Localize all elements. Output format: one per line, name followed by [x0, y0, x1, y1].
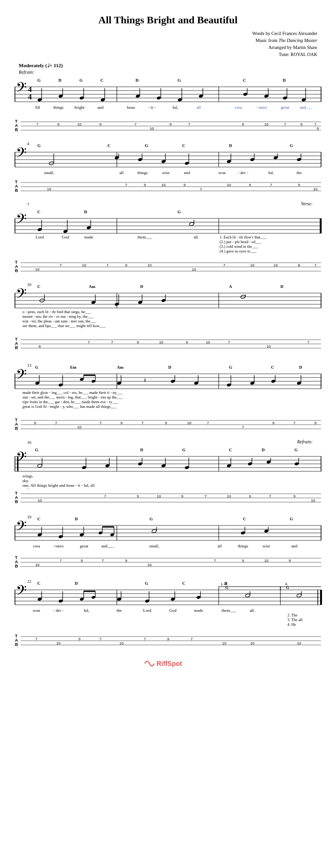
- svg-text:(4.) gave    us    eyes    to_: (4.) gave us eyes to___: [220, 249, 257, 253]
- svg-text:won: won: [218, 170, 226, 175]
- svg-text:won: won: [33, 608, 40, 613]
- svg-text:D: D: [140, 284, 143, 289]
- svg-point-253: [79, 378, 84, 381]
- svg-text:10: 10: [78, 122, 82, 126]
- svg-text:7: 7: [36, 637, 38, 641]
- svg-text:𝄢: 𝄢: [16, 145, 27, 164]
- svg-text:𝄢: 𝄢: [16, 211, 27, 230]
- svg-text:G: G: [35, 365, 38, 370]
- svg-text:and: and: [292, 544, 298, 548]
- svg-text:G: G: [37, 78, 41, 83]
- svg-text:9: 9: [57, 122, 60, 126]
- svg-point-441: [79, 597, 84, 601]
- svg-text:the: the: [297, 170, 302, 175]
- svg-text:well.: well.: [22, 488, 31, 489]
- svg-text:7: 7: [284, 122, 286, 126]
- svg-text:ripe    fruits    in    the___: ripe fruits in the___ gar - den, he___ m…: [22, 399, 119, 404]
- svg-text:God: God: [62, 235, 69, 239]
- svg-text:and___: and___: [101, 544, 114, 548]
- svg-text:9: 9: [125, 263, 128, 267]
- svg-text:8: 8: [298, 263, 300, 267]
- svg-text:𝄢: 𝄢: [16, 583, 27, 602]
- svg-text:7: 7: [36, 122, 39, 126]
- svg-text:D: D: [75, 581, 78, 586]
- svg-text:9: 9: [249, 494, 251, 498]
- svg-text:10: 10: [47, 187, 51, 191]
- tab-system-3: T A B 10 7 10 7 9 10 10 7 10 10 8 7: [14, 258, 322, 276]
- svg-text:7: 7: [315, 122, 317, 126]
- svg-text:9: 9: [289, 559, 291, 563]
- svg-text:3. The    all.: 3. The all.: [287, 617, 303, 622]
- svg-text:beau: beau: [127, 105, 135, 110]
- svg-text:them___: them___: [137, 235, 152, 239]
- measure-num-7: 7: [27, 202, 29, 207]
- measure-num-16: 16: [27, 440, 31, 445]
- svg-text:10: 10: [297, 641, 301, 645]
- svg-text:one.       All   things   brig: one. All things bright and beau - ti - f…: [22, 483, 95, 488]
- refrain-label-1: Refrain:: [19, 70, 322, 75]
- verse-label: Verse:: [14, 201, 322, 206]
- measure-num-4: 4: [27, 141, 29, 146]
- svg-text:10: 10: [187, 421, 192, 425]
- svg-text:10: 10: [265, 122, 269, 126]
- svg-text:wise: wise: [162, 170, 170, 175]
- credits: Words by Cecil Frances Alexander Music f…: [14, 30, 322, 58]
- system-4: 10 𝄢 C Am D A D: [14, 281, 322, 353]
- svg-point-456: [296, 594, 301, 598]
- svg-text:B: B: [15, 268, 18, 273]
- svg-text:D: D: [75, 517, 78, 521]
- svg-text:sun  -  set,    and    the___ : sun - set, and the___ morn - ing, that__…: [22, 395, 123, 399]
- svg-text:9: 9: [170, 122, 172, 126]
- tab-system-5: T A B 9 7 10 7 9 7 9 10 7 7 9 7 9: [14, 416, 322, 434]
- tempo-marking: Moderately (♩= 112): [19, 63, 322, 69]
- svg-text:C: C: [100, 78, 104, 83]
- svg-text:great: great: [80, 544, 88, 548]
- svg-text:-  der  -: - der -: [238, 170, 248, 175]
- svg-text:10: 10: [78, 425, 82, 429]
- svg-text:D: D: [58, 78, 62, 83]
- refrain-label-2: Refrain:: [14, 439, 322, 444]
- svg-text:crea: crea: [33, 544, 40, 548]
- svg-text:and: and: [98, 105, 104, 110]
- svg-text:9: 9: [242, 122, 244, 126]
- svg-text:4. He: 4. He: [287, 622, 296, 627]
- svg-text:Lord: Lord: [36, 235, 44, 239]
- svg-text:made    their   glow  -  ing__: made their glow - ing___ col - ors, he__…: [22, 390, 123, 395]
- svg-text:10: 10: [38, 498, 42, 503]
- svg-text:7: 7: [107, 263, 109, 267]
- svg-text:wings.: wings.: [22, 474, 34, 478]
- svg-text:9: 9: [184, 183, 186, 187]
- svg-text:C: C: [271, 365, 274, 370]
- svg-text:RiffSpot: RiffSpot: [157, 660, 182, 667]
- svg-text:7: 7: [205, 494, 207, 498]
- svg-text:(2.) pur  -  ple    head  -  e: (2.) pur - ple head - ed___: [220, 239, 262, 244]
- measure-num-13: 13: [27, 363, 31, 368]
- measure-num-10: 10: [27, 282, 31, 287]
- svg-text:7: 7: [144, 637, 146, 641]
- svg-text:C: C: [182, 143, 186, 148]
- svg-text:D: D: [136, 78, 139, 83]
- svg-text:8: 8: [39, 344, 41, 349]
- svg-text:10: 10: [274, 263, 278, 267]
- svg-text:G: G: [145, 143, 148, 148]
- svg-text:10: 10: [267, 344, 271, 349]
- tab-system-7: T A B 10 7 9 7 9 10 7 9 10 9: [14, 553, 322, 571]
- tab-system-2: T A B 10 7 9 10 9 7 10 9 7 9 10: [14, 178, 322, 196]
- svg-text:the: the: [117, 608, 122, 613]
- svg-text:wise: wise: [263, 544, 271, 548]
- svg-text:B: B: [15, 127, 18, 132]
- svg-text:9: 9: [121, 421, 123, 425]
- svg-text:C: C: [243, 517, 246, 521]
- svg-text:7: 7: [214, 559, 216, 563]
- svg-text:𝄢: 𝄢: [16, 286, 27, 305]
- svg-text:G: G: [178, 210, 181, 214]
- svg-text:9: 9: [79, 637, 81, 641]
- system-7: 19 𝄢 C D G C G: [14, 514, 322, 571]
- svg-text:C: C: [37, 517, 41, 521]
- svg-point-454: [245, 594, 250, 598]
- staff-system-7: 𝄢 C D G C G: [14, 514, 322, 553]
- svg-point-376: [110, 533, 114, 536]
- staff-system-6: 𝄢 G D G C D G: [14, 445, 322, 489]
- svg-text:9: 9: [81, 559, 83, 563]
- svg-text:D: D: [262, 448, 265, 452]
